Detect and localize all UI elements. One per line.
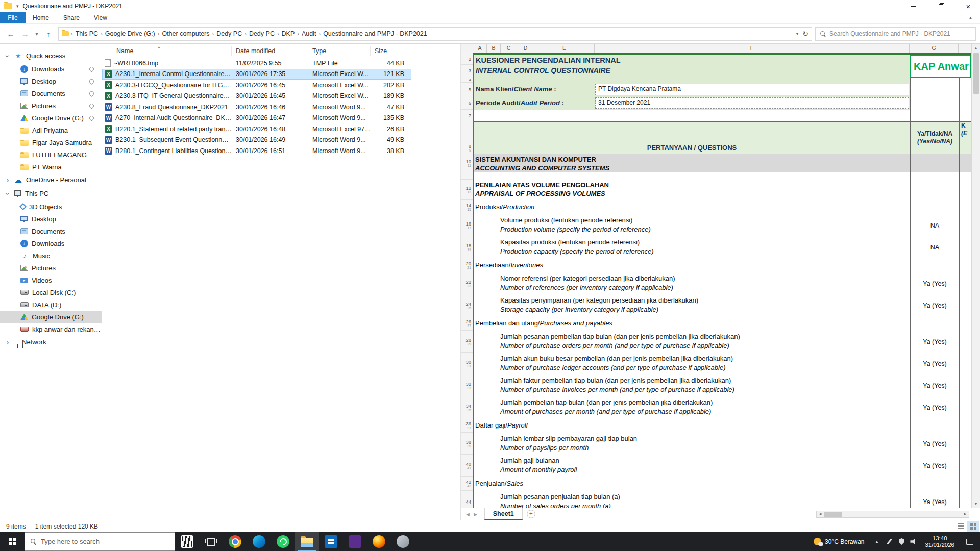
column-header-type[interactable]: Type [308, 46, 371, 56]
sheet-tab-sheet1[interactable]: Sheet1 [484, 508, 523, 520]
breadcrumb-segment-dkp[interactable]: DKP [279, 30, 298, 37]
sidebar-item-pt-warna[interactable]: PT Warna [0, 161, 102, 173]
scroll-left-icon[interactable]: ◄ [817, 512, 824, 516]
file-row-b220-1-statement-of-related-party-transac[interactable]: B220.1_Statement of related party transa… [102, 123, 411, 135]
taskbar-app-chrome[interactable] [223, 532, 247, 551]
sidebar-section-network[interactable]: ›Network [0, 335, 102, 349]
sheet-nav-arrows[interactable]: ◄► [465, 511, 480, 517]
file-row-b280-1-contingent-liabilities-questionn[interactable]: B280.1_Contingent Liabilities Questionn.… [102, 145, 411, 157]
sidebar-item-3d-objects[interactable]: 3D Objects [0, 201, 102, 213]
sidebar-section-onedrive-personal[interactable]: ›OneDrive - Personal [0, 173, 102, 187]
sidebar-section-this-pc[interactable]: ›This PC [0, 187, 102, 201]
scroll-down-icon[interactable]: ▼ [974, 499, 978, 508]
explorer-search-input[interactable] [829, 30, 971, 37]
tab-view[interactable]: View [87, 12, 114, 23]
sidebar-item-pictures[interactable]: Pictures [0, 262, 102, 274]
minimize-button[interactable] [901, 0, 925, 12]
sidebar-item-pictures[interactable]: Pictures [0, 99, 102, 112]
sidebar-item-videos[interactable]: Videos [0, 274, 102, 286]
sidebar-item-local-disk-c[interactable]: Local Disk (C:) [0, 286, 102, 298]
start-button[interactable] [0, 532, 24, 551]
pen-tray-button[interactable] [883, 532, 895, 551]
action-center-button[interactable] [960, 539, 980, 545]
horizontal-scrollbar-thumb[interactable] [824, 512, 842, 517]
sidebar-item-adi-priyatna[interactable]: Adi Priyatna [0, 124, 102, 136]
taskbar-search-input[interactable] [41, 538, 169, 545]
breadcrumb-segment-audit[interactable]: Audit [299, 30, 319, 37]
breadcrumb-segment-dedy-pc[interactable]: Dedy PC [247, 30, 277, 37]
close-button[interactable]: × [957, 0, 980, 12]
preview-horizontal-scrollbar[interactable]: ◄ ► [816, 511, 969, 518]
thumbnails-view-button[interactable] [967, 521, 979, 532]
taskbar-app-app-purple[interactable] [343, 532, 367, 551]
scroll-right-icon[interactable]: ► [962, 512, 969, 516]
tab-share[interactable]: Share [56, 12, 87, 23]
taskbar-app-firefox[interactable] [367, 532, 391, 551]
sidebar-item-google-drive-g[interactable]: Google Drive (G:) [0, 311, 102, 323]
file-row-b230-1-subsequent-event-questionnaire[interactable]: B230.1_Subsequent Event Questionnaire_..… [102, 135, 411, 146]
clock[interactable]: 13:40 31/01/2026 [920, 535, 960, 548]
sidebar-item-downloads[interactable]: Downloads [0, 63, 102, 75]
chevron-icon[interactable]: › [4, 54, 12, 59]
back-button[interactable]: ← [4, 27, 17, 40]
column-header-name[interactable]: Name▲ [102, 46, 232, 56]
col-header-E[interactable]: E [534, 44, 595, 53]
vertical-scrollbar-thumb[interactable] [973, 53, 979, 94]
sidebar-item-kkp-anwar-dan-rekan-1[interactable]: kkp anwar dan rekan (\\1 [0, 323, 102, 335]
taskbar-app-edge[interactable] [247, 532, 271, 551]
sheet-corner-cell[interactable] [461, 44, 473, 53]
breadcrumb-segment-dedy-pc[interactable]: Dedy PC [214, 30, 244, 37]
taskbar-app-task-view[interactable] [199, 532, 223, 551]
taskbar-search-box[interactable] [24, 532, 175, 551]
sidebar-section-quick-access[interactable]: ›Quick access [0, 49, 102, 63]
refresh-icon[interactable]: ↻ [802, 30, 808, 38]
taskbar-app-zebra-logo[interactable] [175, 532, 199, 551]
restore-button[interactable] [929, 0, 952, 12]
taskbar-app-app-gray[interactable] [391, 532, 415, 551]
details-view-button[interactable] [954, 521, 967, 532]
taskbar-app-store[interactable] [319, 532, 343, 551]
forward-button[interactable]: → [18, 27, 32, 40]
chevron-icon[interactable]: › [5, 176, 10, 184]
show-hidden-icons-chevron-icon[interactable]: ▲ [871, 539, 884, 544]
chevron-icon[interactable]: › [4, 191, 12, 196]
file-row-a230-8-fraud-questionnaire-dkp2021[interactable]: A230.8_Fraud Questionnaire_DKP202130/01/… [102, 102, 411, 113]
security-tray-button[interactable] [895, 532, 908, 551]
sidebar-item-desktop[interactable]: Desktop [0, 213, 102, 225]
col-header-C[interactable]: C [501, 44, 517, 53]
col-header-F[interactable]: F [595, 44, 910, 53]
scroll-up-icon[interactable]: ▲ [974, 44, 978, 52]
recent-locations-chevron-icon[interactable]: ▾ [33, 27, 41, 40]
up-button[interactable]: ↑ [42, 27, 55, 40]
breadcrumb-segment-this-pc[interactable]: This PC [73, 30, 101, 37]
breadcrumb-segment-questionnaire-and-pmpj-dkp2021[interactable]: Questionnaire and PMPJ - DKP2021 [321, 30, 430, 37]
sidebar-item-music[interactable]: Music [0, 249, 102, 262]
explorer-search-box[interactable] [815, 27, 976, 41]
sidebar-item-desktop[interactable]: Desktop [0, 75, 102, 87]
taskbar-app-whatsapp[interactable] [271, 532, 295, 551]
chevron-icon[interactable]: › [5, 338, 10, 346]
file-row-a270-internal-audit-questionnaire-dkp2[interactable]: A270_Internal Audit Questionnaire_DKP2..… [102, 113, 411, 124]
address-bar[interactable]: › This PC›Google Drive (G:)›Other comput… [58, 27, 812, 41]
sidebar-item-google-drive-g[interactable]: Google Drive (G:) [0, 112, 102, 124]
col-header-A[interactable]: A [473, 44, 487, 53]
breadcrumb-segment-google-drive-g[interactable]: Google Drive (G:) [103, 30, 158, 37]
file-row-a230-3-itq-it-general-questionnaire-dk[interactable]: A230.3-ITQ_IT General Questionnaire_DK..… [102, 91, 411, 102]
sidebar-item-documents[interactable]: Documents [0, 87, 102, 99]
address-dropdown-icon[interactable]: ▾ [796, 31, 799, 36]
sidebar-item-documents[interactable]: Documents [0, 225, 102, 237]
file-row-a230-3-itgcq-questionnaire-for-itgc-dk[interactable]: A230.3-ITGCQ_Questionnaire for ITGC_DK..… [102, 80, 411, 91]
column-header-date-modified[interactable]: Date modified [232, 46, 308, 56]
col-header-G[interactable]: G [910, 44, 959, 53]
volume-tray-button[interactable] [908, 532, 920, 551]
sidebar-item-luthfi-magang[interactable]: LUTHFI MAGANG [0, 148, 102, 161]
sidebar-item-data-d[interactable]: DATA (D:) [0, 298, 102, 311]
preview-vertical-scrollbar[interactable]: ▲ ▼ [971, 44, 980, 508]
col-header-D[interactable]: D [517, 44, 534, 53]
col-header-B[interactable]: B [487, 44, 501, 53]
quick-access-toolbar-chevron-icon[interactable]: ▾ [16, 4, 19, 9]
collapse-ribbon-icon[interactable]: ▲ [968, 15, 973, 20]
file-row-a230-1-internal-control-questionnaire-d[interactable]: A230.1_Internal Control Questionnaire_D.… [102, 69, 411, 80]
tab-file[interactable]: File [0, 12, 26, 23]
breadcrumb-segment-other-computers[interactable]: Other computers [159, 30, 212, 37]
